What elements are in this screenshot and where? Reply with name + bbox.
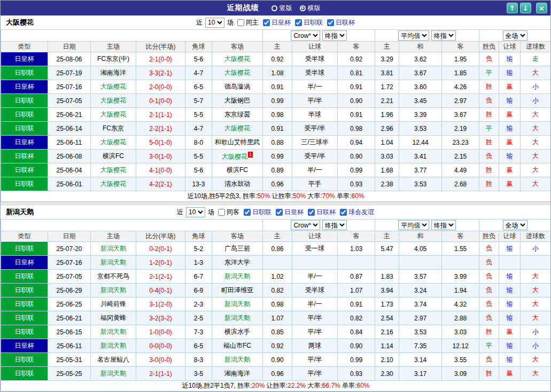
horizontal-layout-radio[interactable]: 横版	[300, 4, 321, 13]
corner-score: 2-5	[185, 311, 212, 325]
close-button[interactable]: ×	[536, 3, 547, 13]
score-link[interactable]: 3-0(1-0)	[136, 150, 185, 163]
score-link[interactable]: 2-1(1-1)	[136, 367, 185, 381]
match-result: 负	[479, 297, 499, 311]
column-header-3: 比分(半场)	[136, 42, 185, 52]
goals-result: 大	[521, 311, 551, 325]
checkbox-input[interactable]	[276, 209, 283, 216]
match-date: 25-06-04	[48, 163, 91, 177]
score-link[interactable]: 2-1(2-1)	[136, 270, 185, 284]
avg-odds-draw: 3.53	[399, 325, 442, 339]
filter-checkbox[interactable]: 球会友谊	[340, 208, 374, 217]
away-team: 大阪钢巴	[212, 94, 263, 108]
odds-time-select[interactable]: 终指	[322, 30, 347, 41]
filter-checkbox[interactable]: 同主	[237, 18, 259, 27]
match-row: 日职联25-07-19湘南海洋3-3(2-1)4-7大阪樱花1.08受半球0.8…	[1, 66, 551, 80]
scope-select[interactable]: 全场	[503, 220, 527, 230]
score-link[interactable]: 1-2(0-1)	[136, 256, 185, 270]
summary-text-part: 单率:	[340, 382, 357, 389]
odds-time-select[interactable]: 终指	[322, 220, 347, 230]
section-header: 新潟天鹅 近 10 场 同客日职联日皇杯日联杯球会友谊	[1, 205, 550, 219]
summary-text-part: 大率:	[306, 192, 322, 200]
avg-odds-draw: 3.24	[399, 284, 442, 297]
column-header-5: 客场	[212, 231, 263, 242]
away-team-name: 大阪钢巴	[224, 97, 250, 104]
avg-odds-home: 2.30	[375, 367, 399, 381]
away-team-name: 湘南海洋	[224, 370, 250, 377]
score-link[interactable]: 2-1(0-0)	[136, 52, 185, 66]
score-link[interactable]: 0-0(0-0)	[136, 339, 185, 353]
column-header-14: 进球数	[521, 231, 551, 242]
checkbox-input[interactable]	[263, 19, 270, 26]
score-link[interactable]: 2-2(1-1)	[136, 122, 185, 136]
score-link[interactable]: 0-4(0-1)	[136, 284, 185, 297]
checkbox-input[interactable]	[218, 209, 225, 216]
odds-company-select[interactable]: Crow*	[291, 30, 320, 41]
checkbox-input[interactable]	[237, 19, 244, 26]
handicap-result: 输	[499, 52, 521, 66]
column-header-1: 日期	[48, 42, 91, 52]
avg-odds-draw: 3.67	[399, 66, 442, 80]
column-header-8: 客	[338, 231, 375, 242]
filter-checkbox[interactable]: 同客	[218, 208, 239, 217]
checkbox-input[interactable]	[244, 209, 251, 216]
score-link[interactable]: 5-0(1-0)	[136, 136, 185, 150]
handicap-line: 受平/半	[292, 150, 338, 163]
move-up-button[interactable]: ↑	[507, 3, 518, 13]
vertical-layout-radio[interactable]: 竖版	[271, 4, 292, 13]
score-link[interactable]: 3-0(0-0)	[136, 353, 185, 367]
checkbox-input[interactable]	[327, 19, 334, 26]
column-header-0: 类型	[1, 42, 48, 52]
away-team: 湘南海洋	[212, 367, 263, 381]
match-result: 负	[479, 256, 499, 270]
avg-odds-away: 3.03	[442, 325, 479, 339]
score-link[interactable]: 0-2(0-1)	[136, 242, 185, 256]
filter-checkbox[interactable]: 日皇杯	[276, 208, 304, 217]
handicap-odds-away: 0.82	[338, 311, 375, 325]
scope-select[interactable]: 全场	[503, 30, 527, 41]
avg-odds-away: 4.26	[442, 80, 479, 94]
summary-row: 近10场,胜5平2负3, 胜率:50% 让胜率:50% 大率:70% 单率:60…	[1, 191, 551, 202]
avg-odds-away: 23.23	[442, 136, 479, 150]
away-team: 新潟天鹅	[212, 270, 263, 284]
checkbox-label: 日职联	[304, 18, 323, 27]
odds-company-select[interactable]: Crow*	[291, 220, 320, 230]
home-team: 大阪樱花	[91, 94, 136, 108]
filter-checkbox[interactable]: 日皇杯	[263, 18, 291, 27]
score-link[interactable]: 3-1(2-0)	[136, 297, 185, 311]
avg-time-select[interactable]: 终指	[431, 30, 456, 41]
avg-source-select[interactable]: 平均值	[398, 30, 429, 41]
home-team: 名古屋鲸八	[91, 353, 136, 367]
match-result: 负	[479, 242, 499, 256]
score-link[interactable]: 0-1(0-0)	[136, 94, 185, 108]
match-count-select[interactable]: 10	[186, 207, 205, 217]
score-link[interactable]: 2-0(0-0)	[136, 80, 185, 94]
checkbox-input[interactable]	[308, 209, 315, 216]
score-link[interactable]: 4-1(0-0)	[136, 163, 185, 177]
goals-result: 大	[521, 136, 551, 150]
match-row: 日职联25-06-14FC东京2-2(1-1)4-7大阪樱花0.91受平/半0.…	[1, 122, 551, 136]
handicap-odds-away: 0.91	[338, 297, 375, 311]
checkbox-label: 同主	[246, 18, 259, 27]
score-link[interactable]: 3-2(3-2)	[136, 311, 185, 325]
score-link[interactable]: 1-0(0-0)	[136, 325, 185, 339]
handicap-line: 平/半	[292, 367, 338, 381]
filter-checkbox[interactable]: 日职联	[244, 208, 271, 217]
corner-score: 6-5	[185, 80, 212, 94]
handicap-odds-home: 0.89	[263, 163, 292, 177]
filter-checkbox[interactable]: 日联杯	[308, 208, 336, 217]
average-select-cell: 平均值 终指	[375, 30, 479, 42]
away-team-name: 新潟天鹅	[224, 314, 250, 322]
avg-time-select[interactable]: 终指	[431, 220, 456, 230]
corner-score: 6-9	[185, 284, 212, 297]
avg-source-select[interactable]: 平均值	[398, 220, 429, 230]
move-down-button[interactable]: ↓	[520, 3, 531, 13]
match-count-select[interactable]: 10	[205, 18, 224, 28]
score-link[interactable]: 2-1(1-1)	[136, 108, 185, 122]
score-link[interactable]: 4-2(2-1)	[136, 177, 185, 191]
filter-checkbox[interactable]: 日职联	[295, 18, 323, 27]
score-link[interactable]: 3-3(2-1)	[136, 66, 185, 80]
filter-checkbox[interactable]: 日联杯	[327, 18, 355, 27]
checkbox-input[interactable]	[340, 209, 347, 216]
checkbox-input[interactable]	[295, 19, 302, 26]
